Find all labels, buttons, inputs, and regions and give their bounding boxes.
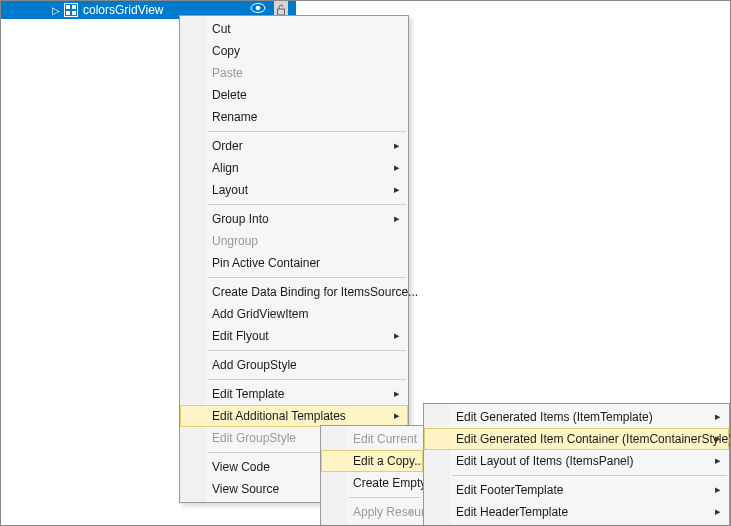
menu-label: Edit Layout of Items (ItemsPanel) xyxy=(456,454,633,468)
menu-align[interactable]: Align xyxy=(180,157,408,179)
menu-label: Group Into xyxy=(212,212,269,226)
menu-edit-current: Edit Current xyxy=(321,428,423,450)
menu-label: Edit FooterTemplate xyxy=(456,483,563,497)
menu-label: Rename xyxy=(212,110,257,124)
menu-label: Ungroup xyxy=(212,234,258,248)
menu-label: Edit Generated Items (ItemTemplate) xyxy=(456,410,653,424)
menu-edit-additional-templates[interactable]: Edit Additional Templates xyxy=(180,405,408,427)
menu-layout[interactable]: Layout xyxy=(180,179,408,201)
separator xyxy=(452,475,727,476)
menu-order[interactable]: Order xyxy=(180,135,408,157)
menu-edit-flyout[interactable]: Edit Flyout xyxy=(180,325,408,347)
separator xyxy=(208,277,406,278)
expander-icon[interactable]: ▷ xyxy=(49,5,63,16)
gridview-icon xyxy=(63,2,79,18)
menu-label: View Code xyxy=(212,460,270,474)
menu-add-gridviewitem[interactable]: Add GridViewItem xyxy=(180,303,408,325)
context-menu-template-ops: Edit Current Edit a Copy... Create Empty… xyxy=(320,425,424,526)
menu-label: Pin Active Container xyxy=(212,256,320,270)
menu-rename[interactable]: Rename xyxy=(180,106,408,128)
menu-label: Order xyxy=(212,139,243,153)
context-menu-additional-templates: Edit Generated Items (ItemTemplate) Edit… xyxy=(423,403,730,526)
separator xyxy=(208,131,406,132)
menu-create-binding[interactable]: Create Data Binding for ItemsSource... xyxy=(180,281,408,303)
svg-rect-1 xyxy=(66,5,70,9)
svg-rect-2 xyxy=(72,5,76,9)
menu-label: Add GridViewItem xyxy=(212,307,309,321)
menu-label: Copy xyxy=(212,44,240,58)
menu-label: Create Data Binding for ItemsSource... xyxy=(212,285,418,299)
menu-gen-item-container[interactable]: Edit Generated Item Container (ItemConta… xyxy=(424,428,729,450)
menu-create-empty[interactable]: Create Empty... xyxy=(321,472,423,494)
menu-copy[interactable]: Copy xyxy=(180,40,408,62)
menu-label: Align xyxy=(212,161,239,175)
menu-label: Cut xyxy=(212,22,231,36)
menu-delete[interactable]: Delete xyxy=(180,84,408,106)
menu-label: Edit Flyout xyxy=(212,329,269,343)
separator xyxy=(208,379,406,380)
menu-label: Edit Additional Templates xyxy=(212,409,346,423)
menu-label: Edit a Copy... xyxy=(353,454,424,468)
svg-rect-3 xyxy=(66,11,70,15)
menu-apply-resource: Apply Resource xyxy=(321,501,423,523)
menu-gen-items[interactable]: Edit Generated Items (ItemTemplate) xyxy=(424,406,729,428)
separator xyxy=(208,204,406,205)
menu-label: Edit Current xyxy=(353,432,417,446)
menu-group-into[interactable]: Group Into xyxy=(180,208,408,230)
menu-edit-template[interactable]: Edit Template xyxy=(180,383,408,405)
svg-rect-4 xyxy=(72,11,76,15)
menu-footer-template[interactable]: Edit FooterTemplate xyxy=(424,479,729,501)
menu-cut[interactable]: Cut xyxy=(180,18,408,40)
separator xyxy=(349,497,421,498)
menu-label: Edit GroupStyle xyxy=(212,431,296,445)
svg-point-6 xyxy=(256,6,261,11)
menu-label: Layout xyxy=(212,183,248,197)
menu-paste: Paste xyxy=(180,62,408,84)
menu-label: Paste xyxy=(212,66,243,80)
menu-label: View Source xyxy=(212,482,279,496)
eye-icon[interactable] xyxy=(250,2,266,14)
menu-label: Add GroupStyle xyxy=(212,358,297,372)
menu-pin-active[interactable]: Pin Active Container xyxy=(180,252,408,274)
menu-label: Edit Template xyxy=(212,387,285,401)
menu-label: Edit HeaderTemplate xyxy=(456,505,568,519)
separator xyxy=(208,350,406,351)
menu-header-template[interactable]: Edit HeaderTemplate xyxy=(424,501,729,523)
menu-layout-items[interactable]: Edit Layout of Items (ItemsPanel) xyxy=(424,450,729,472)
menu-label: Delete xyxy=(212,88,247,102)
menu-edit-a-copy[interactable]: Edit a Copy... xyxy=(321,450,423,472)
menu-add-groupstyle[interactable]: Add GroupStyle xyxy=(180,354,408,376)
menu-ungroup: Ungroup xyxy=(180,230,408,252)
menu-label: Edit Generated Item Container (ItemConta… xyxy=(456,432,731,446)
